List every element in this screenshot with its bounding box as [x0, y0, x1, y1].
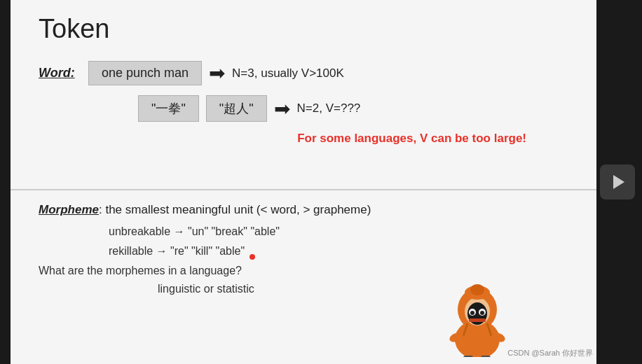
word-row-1: Word: one punch man ➡ N=3, usually V>100… — [39, 61, 568, 85]
kenny-character — [442, 273, 512, 357]
right-bar — [596, 0, 642, 364]
kenny-svg — [442, 273, 512, 357]
chinese-box-1: "一拳" — [138, 95, 199, 122]
arrow-icon-1: ➡ — [209, 62, 225, 85]
main-container: Token Word: one punch man ➡ N=3, usually… — [0, 0, 642, 364]
slide-title: Token — [39, 14, 568, 44]
slide-top: Token Word: one punch man ➡ N=3, usually… — [11, 0, 596, 189]
word-desc-2: N=2, V=??? — [297, 102, 361, 115]
word-label: Word: — [39, 66, 77, 80]
morpheme-line: Morpheme: the smallest meaningful unit (… — [39, 203, 568, 217]
svg-point-6 — [470, 311, 474, 315]
word-box-english: one punch man — [88, 61, 202, 85]
left-bar — [0, 0, 11, 364]
svg-point-7 — [480, 311, 484, 315]
example-1: unbreakable → "un" "break" "able" — [109, 225, 568, 238]
word-row-2: "一拳" "超人" ➡ N=2, V=??? — [39, 95, 568, 122]
slide-bottom: Morpheme: the smallest meaningful unit (… — [11, 189, 596, 364]
svg-rect-8 — [469, 318, 486, 322]
svg-rect-13 — [463, 356, 473, 357]
chinese-boxes: "一拳" "超人" ➡ N=2, V=??? — [138, 95, 360, 122]
play-icon — [613, 175, 624, 189]
svg-point-16 — [470, 284, 484, 295]
warning-text: For some languages, V can be too large! — [39, 132, 568, 146]
red-dot — [250, 254, 255, 260]
example-2: rekillable → "re" "kill" "able" — [109, 245, 568, 258]
chinese-box-2: "超人" — [206, 95, 267, 122]
morpheme-label: Morpheme — [39, 203, 99, 216]
word-desc-1: N=3, usually V>100K — [232, 66, 344, 80]
tv-play-button[interactable] — [600, 164, 635, 200]
morpheme-desc: : the smallest meaningful unit (< word, … — [99, 203, 371, 216]
arrow-icon-2: ➡ — [274, 97, 290, 120]
svg-rect-14 — [481, 356, 491, 357]
watermark: CSDN @Sarah 你好世界 — [507, 348, 593, 358]
